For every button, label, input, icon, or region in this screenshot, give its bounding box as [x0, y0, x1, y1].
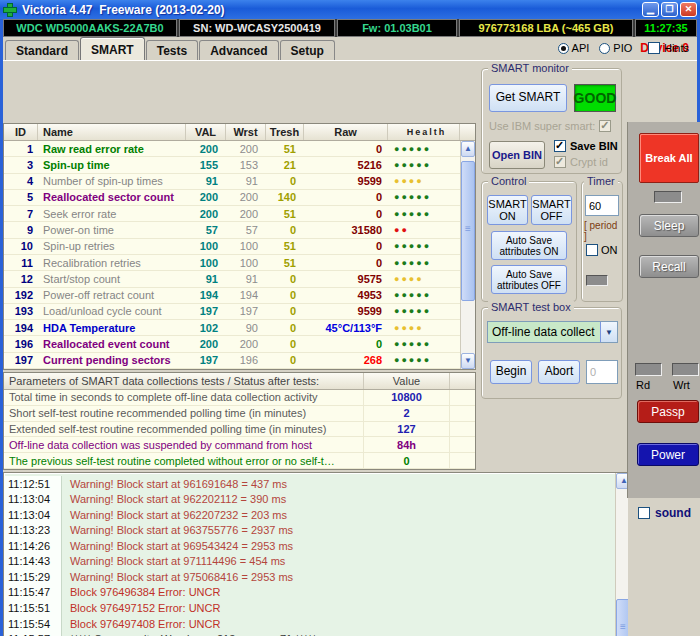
attribute-raw: 4953 [304, 288, 388, 303]
tab-standard[interactable]: Standard [5, 40, 79, 60]
column-header-raw[interactable]: Raw [304, 124, 388, 140]
attribute-name: Recalibration retries [38, 255, 186, 270]
timer-on-checkbox[interactable] [586, 244, 598, 256]
column-header-val[interactable]: VAL [186, 124, 226, 140]
log-timestamp: 11:14:26 [4, 538, 62, 554]
attribute-health-dots: ●●●● [388, 320, 460, 335]
smart-table-scrollbar[interactable]: ▲ ▼ [460, 141, 475, 369]
log-timestamp: 11:15:47 [4, 585, 62, 601]
recall-button[interactable]: Recall [639, 255, 699, 278]
table-row[interactable]: 11Recalibration retries100100510●●●●● [4, 255, 460, 271]
attribute-health-dots: ●●●●● [388, 190, 460, 205]
attribute-id: 7 [4, 206, 38, 221]
attribute-raw: 0 [304, 190, 388, 205]
smart-on-button[interactable]: SMART ON [487, 195, 528, 225]
api-radio[interactable] [558, 43, 569, 54]
attribute-name: HDA Temperature [38, 320, 186, 335]
attribute-threshold: 0 [266, 174, 304, 189]
abort-button[interactable]: Abort [538, 360, 580, 384]
attribute-name: Number of spin-up times [38, 174, 186, 189]
log-line: 11:15:57***** Scan results: Warnings - 2… [4, 631, 615, 636]
column-header-name[interactable]: Name [38, 124, 186, 140]
tab-tests[interactable]: Tests [146, 40, 198, 60]
table-row[interactable]: 194HDA Temperature10290045°C/113°F●●●● [4, 320, 460, 336]
begin-button[interactable]: Begin [490, 360, 532, 384]
log-line: 11:14:43Warning! Block start at 97111449… [4, 554, 615, 570]
tab-advanced[interactable]: Advanced [199, 40, 278, 60]
save-bin-checkbox[interactable] [554, 140, 566, 152]
attribute-threshold: 0 [266, 304, 304, 319]
scroll-up-icon[interactable]: ▲ [461, 141, 475, 157]
sound-checkbox[interactable] [638, 507, 650, 519]
table-row[interactable]: 1Raw read error rate200200510●●●●● [4, 141, 460, 157]
log-timestamp: 11:12:51 [4, 476, 62, 492]
minimize-button[interactable]: ▁ [642, 2, 659, 17]
attribute-name: Seek error rate [38, 206, 186, 221]
param-text: Total time in seconds to complete off-li… [4, 390, 364, 405]
column-header-tresh[interactable]: Tresh [266, 124, 304, 140]
log-line: 11:14:26Warning! Block start at 96954342… [4, 538, 615, 554]
smart-test-box-group: SMART test box Off-line data collect ▼ B… [481, 307, 622, 399]
hints-checkbox[interactable] [648, 42, 660, 54]
attribute-id: 11 [4, 255, 38, 270]
attribute-worst: 100 [226, 239, 266, 254]
attribute-health-dots: ●●●●● [388, 353, 460, 368]
info-bar: WDC WD5000AAKS-22A7B0 SN: WD-WCASY250041… [3, 19, 697, 37]
clock: 11:27:35 [635, 19, 697, 37]
scroll-thumb[interactable] [461, 161, 475, 301]
scroll-down-icon[interactable]: ▼ [461, 353, 475, 369]
table-row[interactable]: 5Reallocated sector count2002001400●●●●● [4, 190, 460, 206]
column-header-id[interactable]: ID [4, 124, 38, 140]
params-row: Off-line data collection was suspended b… [4, 437, 475, 453]
table-row[interactable]: 3Spin-up time155153215216●●●●● [4, 157, 460, 173]
attribute-name: Reallocated sector count [38, 190, 186, 205]
log-timestamp: 11:13:23 [4, 523, 62, 539]
pio-radio[interactable] [599, 43, 610, 54]
table-row[interactable]: 196Reallocated event count20020000●●●●● [4, 336, 460, 352]
chevron-down-icon[interactable]: ▼ [600, 322, 617, 342]
tab-smart[interactable]: SMART [80, 37, 145, 60]
open-bin-button[interactable]: Open BIN [489, 141, 545, 169]
table-row[interactable]: 197Current pending sectors1971960268●●●●… [4, 353, 460, 369]
attribute-id: 4 [4, 174, 38, 189]
smart-off-button[interactable]: SMART OFF [531, 195, 572, 225]
attribute-health-dots: ●●●●● [388, 239, 460, 254]
break-all-button[interactable]: Break All [639, 133, 699, 183]
restore-button[interactable]: ❐ [661, 2, 678, 17]
test-select[interactable]: Off-line data collect ▼ [487, 321, 618, 343]
get-smart-button[interactable]: Get SMART [489, 84, 567, 112]
smart-attributes-table: IDNameVALWrstTreshRawHealth 1Raw read er… [3, 123, 476, 370]
table-row[interactable]: 9Power-on time5757031580●● [4, 222, 460, 238]
attribute-health-dots: ●● [388, 222, 460, 237]
attribute-health-dots: ●●●●● [388, 157, 460, 172]
attribute-name: Current pending sectors [38, 353, 186, 368]
table-row[interactable]: 12Start/stop count919109575●●●● [4, 271, 460, 287]
table-row[interactable]: 193Load/unload cycle count19719709599●●●… [4, 304, 460, 320]
param-value: 2 [364, 406, 450, 421]
param-value: 84h [364, 437, 450, 452]
smart-parameters-table: Parameters of SMART data collections tes… [3, 372, 476, 470]
attribute-threshold: 51 [266, 206, 304, 221]
attribute-name: Power-on time [38, 222, 186, 237]
param-text: Off-line data collection was suspended b… [4, 437, 364, 452]
table-row[interactable]: 192Power-off retract count19419404953●●●… [4, 288, 460, 304]
power-button[interactable]: Power [637, 443, 699, 466]
attribute-raw: 268 [304, 353, 388, 368]
log-timestamp: 11:13:04 [4, 507, 62, 523]
table-row[interactable]: 10Spin-up retries100100510●●●●● [4, 239, 460, 255]
close-button[interactable]: ✕ [680, 2, 697, 17]
table-row[interactable]: 4Number of spin-up times919109599●●●● [4, 174, 460, 190]
table-row[interactable]: 7Seek error rate200200510●●●●● [4, 206, 460, 222]
column-header-health[interactable]: Health [388, 124, 460, 140]
autosave-off-button[interactable]: Auto Save attributes OFF [491, 265, 567, 294]
autosave-on-button[interactable]: Auto Save attributes ON [491, 231, 567, 260]
attribute-val: 91 [186, 271, 226, 286]
tab-setup[interactable]: Setup [280, 40, 335, 60]
timer-period-input[interactable]: 60 [585, 195, 619, 216]
attribute-worst: 197 [226, 304, 266, 319]
sleep-button[interactable]: Sleep [639, 214, 699, 237]
params-header: Parameters of SMART data collections tes… [4, 373, 364, 389]
passp-button[interactable]: Passp [637, 400, 699, 423]
column-header-wrst[interactable]: Wrst [226, 124, 266, 140]
tabs: StandardSMARTTestsAdvancedSetup [5, 37, 336, 60]
